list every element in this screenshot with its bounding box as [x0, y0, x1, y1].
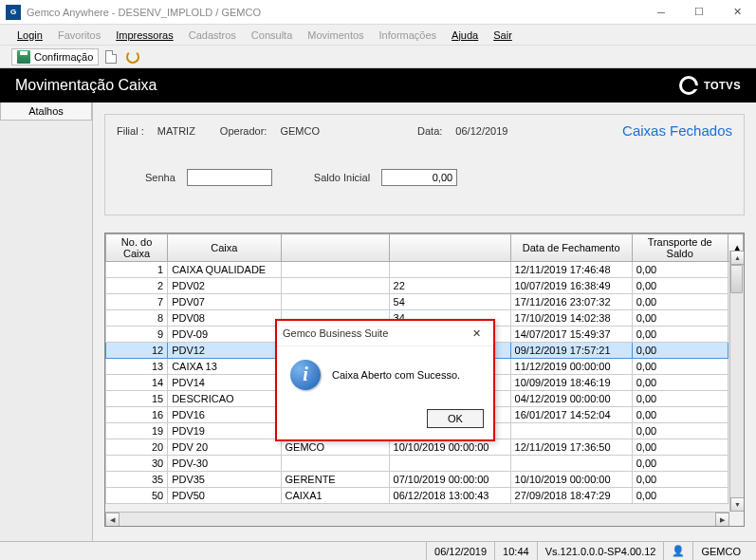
table-row[interactable]: 1CAIXA QUALIDADE12/11/2019 17:46:480,00 — [106, 262, 744, 278]
cell-fechamento: 27/09/2018 18:47:29 — [510, 488, 632, 504]
menu-consulta[interactable]: Consulta — [246, 28, 298, 43]
data-value: 06/12/2019 — [455, 125, 507, 137]
status-date: 06/12/2019 — [426, 542, 494, 560]
horizontal-scrollbar[interactable]: ◀ ▶ — [105, 512, 729, 526]
dialog-ok-button[interactable]: OK — [427, 409, 484, 428]
side-panel: Atalhos — [0, 103, 93, 560]
col-header-no[interactable]: No. do Caixa — [106, 234, 168, 262]
scroll-up-arrow[interactable]: ▲ — [730, 251, 745, 265]
cell-no: 19 — [106, 423, 168, 439]
dialog-close-button[interactable]: ✕ — [465, 324, 488, 343]
cell-caixa: PDV16 — [168, 407, 281, 423]
cell-no: 50 — [106, 488, 168, 504]
col-header-abertura[interactable] — [389, 234, 510, 262]
table-row[interactable]: 2PDV022210/07/2019 16:38:490,00 — [106, 278, 744, 294]
status-time: 10:44 — [494, 542, 537, 560]
totvs-logo: TOTVS — [679, 76, 741, 95]
window-titlebar: G Gemco Anywhere - DESENV_IMPLOLD / GEMC… — [0, 0, 756, 25]
cell-transporte: 0,00 — [632, 278, 728, 294]
info-bar: Filial : MATRIZ Operador: GEMCO Data: 06… — [104, 114, 745, 215]
table-row[interactable]: 7PDV075417/11/2016 23:07:320,00 — [106, 294, 744, 310]
scroll-thumb[interactable] — [730, 265, 743, 293]
maximize-button[interactable]: ☐ — [680, 0, 718, 25]
cell-fechamento: 17/11/2016 23:07:32 — [510, 294, 632, 310]
confirmacao-button[interactable]: Confirmação — [11, 48, 99, 65]
vertical-scrollbar[interactable]: ▲ ▼ — [729, 251, 744, 512]
menubar: Login Favoritos Impressoras Cadastros Co… — [0, 25, 756, 46]
toolbar: Confirmação — [0, 46, 756, 68]
caixas-fechados-link[interactable]: Caixas Fechados — [622, 122, 732, 139]
cell-fechamento: 16/01/2017 14:52:04 — [510, 407, 632, 423]
save-disk-icon — [17, 50, 30, 64]
cell-transporte: 0,00 — [632, 472, 728, 488]
close-button[interactable]: ✕ — [718, 0, 756, 25]
cell-no: 8 — [106, 310, 168, 327]
cell-operador: GERENTE — [281, 472, 389, 488]
page-icon — [105, 50, 117, 64]
table-row[interactable]: 50PDV50CAIXA106/12/2018 13:00:4327/09/20… — [106, 488, 744, 504]
menu-informacoes[interactable]: Informações — [374, 28, 443, 43]
refresh-button[interactable] — [123, 49, 142, 65]
cell-transporte: 0,00 — [632, 439, 728, 456]
cell-transporte: 0,00 — [632, 456, 728, 472]
cell-transporte: 0,00 — [632, 294, 728, 310]
cell-caixa: PDV19 — [168, 423, 281, 439]
dialog-titlebar: Gemco Business Suite ✕ — [277, 321, 493, 345]
filial-label: Filial : — [117, 125, 144, 137]
table-row[interactable]: 30PDV-300,00 — [106, 456, 744, 472]
cell-transporte: 0,00 — [632, 327, 728, 343]
col-header-fechamento[interactable]: Data de Fechamento — [510, 234, 632, 262]
minimize-button[interactable]: ─ — [642, 0, 680, 25]
cell-caixa: PDV02 — [168, 278, 281, 294]
confirmacao-label: Confirmação — [34, 51, 93, 63]
cell-caixa: PDV14 — [168, 375, 281, 391]
page-title: Movimentação Caixa — [15, 77, 679, 94]
new-page-button[interactable] — [102, 49, 120, 65]
sidebar-tab-atalhos[interactable]: Atalhos — [0, 103, 92, 121]
menu-movimentos[interactable]: Movimentos — [302, 28, 369, 43]
cell-transporte: 0,00 — [632, 375, 728, 391]
table-row[interactable]: 35PDV35GERENTE07/10/2019 00:00:0010/10/2… — [106, 472, 744, 488]
menu-sair[interactable]: Sair — [488, 28, 518, 43]
menu-login[interactable]: Login — [11, 28, 48, 43]
dialog-title-text: Gemco Business Suite — [283, 327, 388, 339]
cell-fechamento: 17/10/2019 14:02:38 — [510, 310, 632, 327]
cell-abertura — [389, 262, 510, 278]
operador-label: Operador: — [220, 125, 267, 137]
cell-abertura: 06/12/2018 13:00:43 — [389, 488, 510, 504]
cell-operador — [281, 262, 389, 278]
menu-ajuda[interactable]: Ajuda — [446, 28, 484, 43]
menu-cadastros[interactable]: Cadastros — [183, 28, 242, 43]
cell-fechamento: 10/10/2019 00:00:00 — [510, 472, 632, 488]
cell-caixa: CAIXA QUALIDADE — [168, 262, 281, 278]
scroll-left-arrow[interactable]: ◀ — [105, 513, 120, 527]
scroll-right-arrow[interactable]: ▶ — [715, 513, 729, 527]
statusbar: 06/12/2019 10:44 Vs.121.0.0.0-SP4.00.12 … — [0, 541, 756, 560]
saldo-label: Saldo Inicial — [314, 172, 370, 183]
cell-no: 35 — [106, 472, 168, 488]
col-header-operador[interactable] — [281, 234, 389, 262]
menu-favoritos[interactable]: Favoritos — [52, 28, 106, 43]
cell-transporte: 0,00 — [632, 488, 728, 504]
senha-input[interactable] — [187, 169, 272, 186]
dialog-message: Caixa Aberto com Sucesso. — [332, 369, 460, 381]
cell-caixa: CAIXA 13 — [168, 359, 281, 375]
col-header-transporte[interactable]: Transporte de Saldo — [632, 234, 728, 262]
cell-fechamento: 10/09/2019 18:46:19 — [510, 375, 632, 391]
table-row[interactable]: 20PDV 20GEMCO10/10/2019 00:00:0012/11/20… — [106, 439, 744, 456]
cell-no: 30 — [106, 456, 168, 472]
col-header-caixa[interactable]: Caixa — [168, 234, 281, 262]
cell-transporte: 0,00 — [632, 407, 728, 423]
app-icon: G — [6, 5, 21, 20]
cell-caixa: PDV12 — [168, 343, 281, 359]
cell-caixa: PDV-09 — [168, 327, 281, 343]
cell-caixa: PDV35 — [168, 472, 281, 488]
cell-transporte: 0,00 — [632, 359, 728, 375]
saldo-inicial-input[interactable] — [381, 169, 457, 186]
cell-no: 7 — [106, 294, 168, 310]
cell-abertura: 22 — [389, 278, 510, 294]
cell-operador — [281, 456, 389, 472]
scroll-down-arrow[interactable]: ▼ — [730, 497, 745, 512]
data-label: Data: — [417, 125, 442, 137]
menu-impressoras[interactable]: Impressoras — [110, 28, 179, 43]
